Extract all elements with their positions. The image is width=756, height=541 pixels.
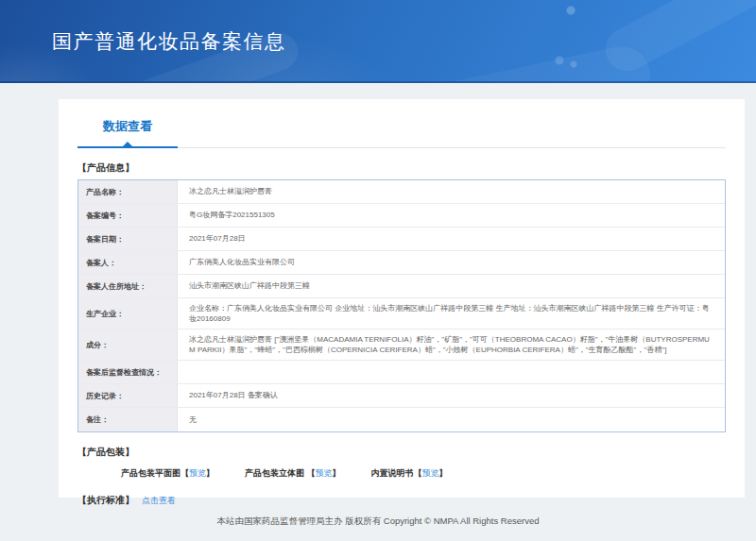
preview-link-flat[interactable]: 预览 [189, 468, 206, 478]
preview-link-manual[interactable]: 预览 [422, 468, 439, 478]
table-row: 备案编号： 粤G妆网备字2021551305 [78, 204, 725, 228]
execution-standard-row: 【执行标准】 点击查看 [77, 494, 726, 507]
table-row: 产品名称： 冰之恋凡士林滋润护唇膏 [78, 180, 725, 204]
row-label: 备注： [78, 408, 178, 431]
section-product-packaging: 【产品包装】 [77, 446, 726, 459]
row-value [178, 361, 725, 383]
row-value: 广东俏美人化妆品实业有限公司 [178, 251, 725, 274]
table-row: 备案人住所地址： 汕头市潮南区峡山广祥路中段第三幢 [78, 275, 725, 298]
preview-link-stereo[interactable]: 预览 [316, 468, 333, 478]
row-value: 冰之恋凡士林滋润护唇膏 ["澳洲坚果（MACADAMIA TERNIFOLIA）… [178, 330, 725, 360]
bracket: 】 [333, 468, 341, 478]
footer-copyright: 本站由国家药品监督管理局主办 版权所有 Copyright © NMPA All… [0, 516, 756, 528]
row-value: 粤G妆网备字2021551305 [178, 204, 725, 227]
row-value: 2021年07月28日 备案确认 [178, 384, 725, 407]
row-value: 冰之恋凡士林滋润护唇膏 [178, 180, 725, 203]
bracket: 】 [439, 468, 448, 478]
tab-bar: 数据查看 [77, 110, 726, 148]
row-label: 备案日期： [78, 228, 178, 250]
page-banner: 国产普通化妆品备案信息 [0, 0, 756, 83]
table-row: 备案日期： 2021年07月28日 [78, 228, 725, 251]
content-panel: 数据查看 【产品信息】 产品名称： 冰之恋凡士林滋润护唇膏 备案编号： 粤G妆网… [59, 99, 745, 498]
packaging-label: 产品包装平面图 [121, 468, 180, 478]
row-label: 备案人住所地址： [78, 275, 178, 297]
product-info-table: 产品名称： 冰之恋凡士林滋润护唇膏 备案编号： 粤G妆网备字2021551305… [77, 179, 726, 432]
row-value: 企业名称：广东俏美人化妆品实业有限公司 企业地址：汕头市潮南区峡山广祥路中段第三… [178, 298, 725, 329]
bracket: 】 [206, 468, 215, 478]
packaging-label: 产品包装立体图 [245, 468, 307, 478]
page-title: 国产普通化妆品备案信息 [52, 28, 286, 55]
section-product-info: 【产品信息】 [77, 161, 726, 175]
tab-data-view[interactable]: 数据查看 [77, 110, 178, 148]
packaging-links: 产品包装平面图【预览】 产品包装立体图 【预览】 内置说明书【预览】 [121, 467, 726, 480]
section-execution-standard: 【执行标准】 [77, 494, 134, 507]
packaging-item-manual: 内置说明书【预览】 [371, 467, 448, 480]
table-row: 备注： 无 [78, 408, 725, 431]
row-label: 成分： [78, 330, 178, 360]
view-standard-link[interactable]: 点击查看 [142, 495, 176, 507]
row-label: 备案编号： [78, 204, 178, 227]
row-label: 备案后监督检查情况： [78, 361, 178, 383]
table-row: 生产企业： 企业名称：广东俏美人化妆品实业有限公司 企业地址：汕头市潮南区峡山广… [78, 298, 725, 330]
table-row: 备案后监督检查情况： [78, 361, 725, 384]
table-row: 成分： 冰之恋凡士林滋润护唇膏 ["澳洲坚果（MACADAMIA TERNIFO… [78, 330, 725, 361]
bracket: 【 [180, 468, 189, 478]
packaging-item-flat: 产品包装平面图【预览】 [121, 467, 215, 480]
row-value: 无 [178, 408, 725, 431]
bracket: 【 [307, 468, 316, 478]
row-value: 2021年07月28日 [178, 228, 725, 250]
row-label: 生产企业： [78, 298, 178, 329]
table-row: 历史记录： 2021年07月28日 备案确认 [78, 384, 725, 408]
bracket: 【 [414, 468, 422, 478]
row-label: 备案人： [78, 251, 178, 274]
banner-decoration [404, 42, 656, 83]
packaging-item-stereo: 产品包装立体图 【预览】 [245, 467, 341, 480]
row-label: 历史记录： [78, 384, 178, 407]
row-value: 汕头市潮南区峡山广祥路中段第三幢 [178, 275, 725, 297]
table-row: 备案人： 广东俏美人化妆品实业有限公司 [78, 251, 725, 275]
row-label: 产品名称： [78, 180, 178, 203]
packaging-label: 内置说明书 [371, 468, 414, 478]
